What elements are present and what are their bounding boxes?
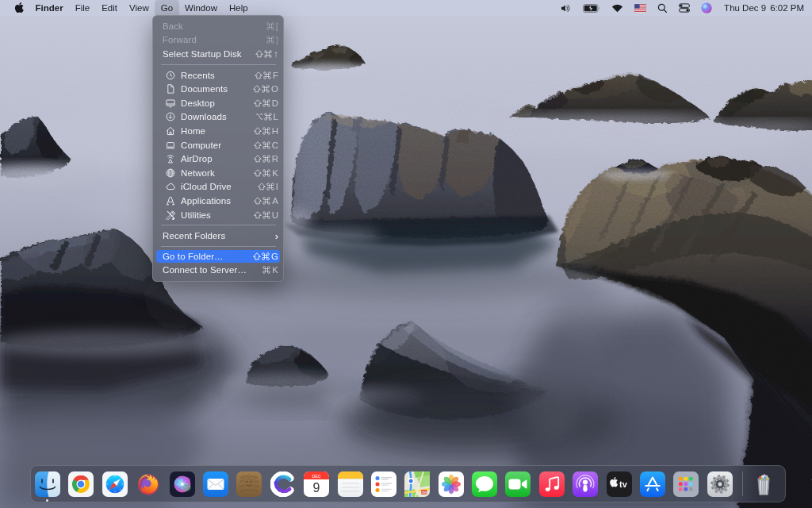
svg-text:9: 9 [313,480,320,494]
svg-text:DEC: DEC [312,473,321,478]
svg-text:tv: tv [619,479,628,488]
svg-text:280: 280 [421,490,427,494]
